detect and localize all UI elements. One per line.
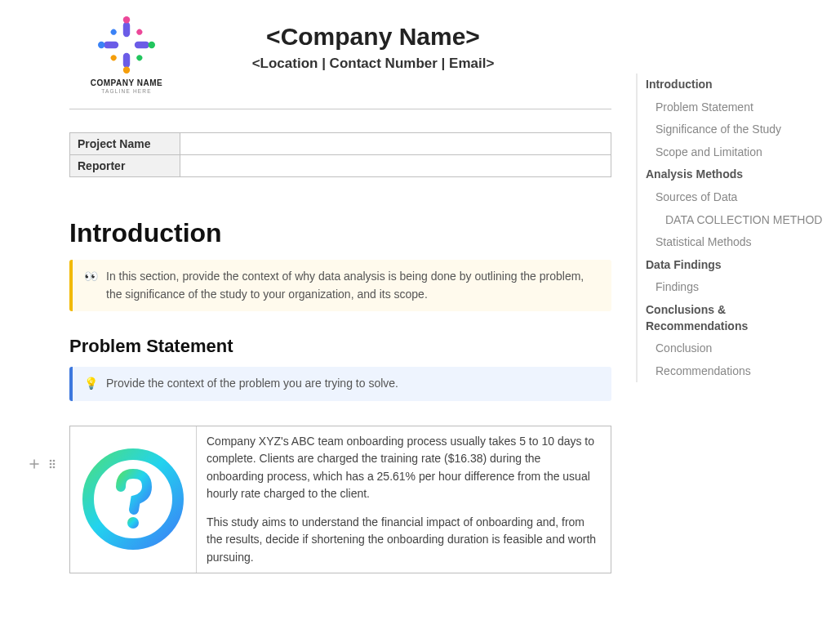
svg-point-16	[50, 466, 52, 469]
outline-item[interactable]: Findings	[636, 276, 825, 299]
project-name-label: Project Name	[70, 133, 180, 155]
outline-item[interactable]: Introduction	[636, 74, 825, 96]
table-row: Reporter	[70, 155, 611, 177]
svg-point-3	[149, 42, 155, 48]
problem-paragraph-2: This study aims to understand the financ…	[207, 514, 601, 566]
table-row: Project Name	[70, 133, 611, 155]
lightbulb-icon: 💡	[84, 375, 98, 392]
outline-item[interactable]: Conclusions & Recommendations	[636, 299, 825, 337]
svg-rect-2	[135, 42, 149, 48]
problem-paragraph-1: Company XYZ's ABC team onboarding proces…	[207, 433, 601, 502]
company-subtitle[interactable]: <Location | Contact Number | Email>	[184, 56, 562, 72]
outline-item[interactable]: Problem Statement	[636, 96, 825, 119]
reporter-label: Reporter	[70, 155, 180, 177]
reporter-value[interactable]	[180, 155, 611, 177]
svg-point-1	[123, 16, 130, 23]
problem-callout[interactable]: 💡 Provide the context of the problem you…	[69, 367, 611, 401]
project-meta-table: Project Name Reporter	[69, 132, 611, 177]
outline-item[interactable]: Recommendations	[636, 360, 825, 383]
svg-point-9	[136, 54, 144, 62]
svg-rect-4	[123, 53, 130, 68]
svg-point-10	[109, 54, 118, 62]
svg-point-8	[136, 28, 144, 36]
drag-handle-icon[interactable]	[46, 457, 59, 471]
eyes-icon: 👀	[84, 268, 98, 285]
company-name-title[interactable]: <Company Name>	[184, 23, 562, 51]
svg-point-11	[109, 28, 118, 36]
header-divider	[69, 109, 611, 109]
outline-item[interactable]: Significance of the Study	[636, 118, 825, 141]
svg-point-15	[53, 463, 56, 466]
title-block: <Company Name> <Location | Contact Numbe…	[184, 16, 611, 72]
logo-company-name: COMPANY NAME	[69, 78, 184, 87]
svg-point-14	[50, 463, 52, 466]
outline-item[interactable]: Scope and Limitation	[636, 141, 825, 164]
outline-item[interactable]: Data Findings	[636, 254, 825, 277]
svg-point-5	[123, 67, 130, 74]
problem-body-text[interactable]: Company XYZ's ABC team onboarding proces…	[197, 426, 611, 573]
logo-tagline: TAGLINE HERE	[69, 88, 184, 94]
add-block-button[interactable]	[28, 457, 41, 471]
project-name-value[interactable]	[180, 133, 611, 155]
intro-callout[interactable]: 👀 In this section, provide the context o…	[69, 260, 611, 311]
company-logo-icon	[98, 16, 155, 74]
problem-statement-heading[interactable]: Problem Statement	[69, 336, 611, 357]
outline-item[interactable]: Conclusion	[636, 337, 825, 360]
svg-point-19	[127, 517, 139, 529]
problem-callout-text: Provide the context of the problem you a…	[106, 375, 398, 393]
block-controls	[28, 457, 59, 471]
document-outline: IntroductionProblem StatementSignificanc…	[636, 0, 840, 629]
svg-point-13	[53, 460, 56, 462]
outline-item[interactable]: Analysis Methods	[636, 163, 825, 186]
outline-item[interactable]: Sources of Data	[636, 186, 825, 209]
svg-point-12	[50, 460, 52, 462]
svg-point-7	[98, 42, 104, 48]
svg-point-17	[53, 466, 56, 469]
outline-item[interactable]: DATA COLLECTION METHOD	[636, 209, 825, 232]
problem-content-block[interactable]: Company XYZ's ABC team onboarding proces…	[69, 426, 611, 573]
question-mark-icon	[70, 426, 197, 573]
svg-rect-0	[123, 22, 130, 37]
document-header: COMPANY NAME TAGLINE HERE <Company Name>…	[69, 16, 611, 94]
introduction-heading[interactable]: Introduction	[69, 218, 611, 248]
outline-item[interactable]: Statistical Methods	[636, 231, 825, 254]
logo-block: COMPANY NAME TAGLINE HERE	[69, 16, 184, 94]
intro-callout-text: In this section, provide the context of …	[106, 268, 600, 303]
svg-rect-6	[104, 42, 118, 48]
